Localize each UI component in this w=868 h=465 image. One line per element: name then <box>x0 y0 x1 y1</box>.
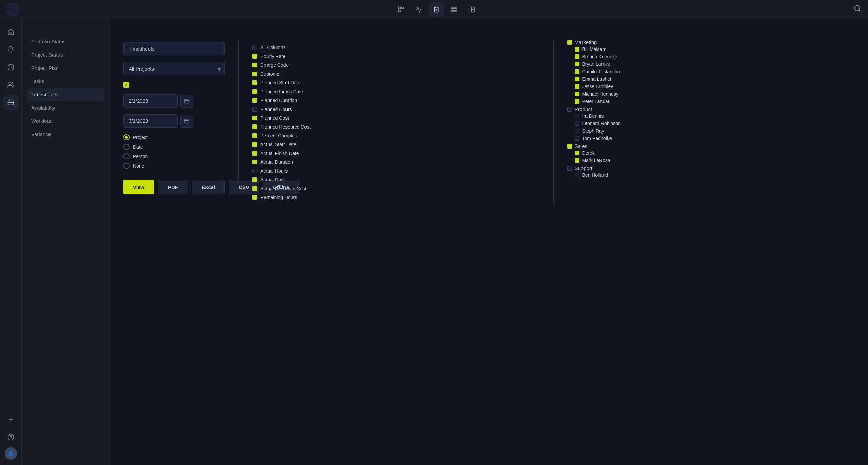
resource-person-checkbox-3-0[interactable] <box>575 173 579 177</box>
resource-group-1: ProductIra DennisLeonard RobinsonSteph R… <box>567 106 855 141</box>
resource-person-checkbox-2-0[interactable] <box>575 151 579 155</box>
users-rail-icon[interactable] <box>3 77 18 92</box>
sidebar-item-portfolio-status[interactable]: Portfolio Status <box>27 35 104 48</box>
column-checkbox-5[interactable] <box>252 98 257 103</box>
column-checkbox-16[interactable] <box>252 195 257 200</box>
column-item-13: Actual Hours <box>252 168 540 174</box>
from-date-input[interactable] <box>123 94 178 108</box>
resource-group-checkbox-3[interactable] <box>567 166 572 171</box>
clock-rail-icon[interactable] <box>3 60 18 75</box>
resource-person-checkbox-0-6[interactable] <box>575 92 579 96</box>
sidebar-item-tasks[interactable]: Tasks <box>27 75 104 88</box>
minus-nav-icon[interactable] <box>447 2 461 17</box>
resource-person-checkbox-0-3[interactable] <box>575 69 579 74</box>
sidebar-item-project-status[interactable]: Project Status <box>27 49 104 61</box>
resource-person-2-1: Mark LaRosa <box>567 158 855 163</box>
search-button[interactable] <box>854 5 861 14</box>
column-checkbox-15[interactable] <box>252 186 257 191</box>
resource-group-checkbox-1[interactable] <box>567 107 572 112</box>
all-columns-checkbox[interactable] <box>252 45 257 50</box>
sidebar-item-variance[interactable]: Variance <box>27 128 104 140</box>
column-checkbox-10[interactable] <box>252 142 257 147</box>
column-checkbox-9[interactable] <box>252 133 257 138</box>
plus-rail-icon[interactable] <box>3 412 18 427</box>
resource-person-checkbox-1-0[interactable] <box>575 114 579 118</box>
resource-group-checkbox-0[interactable] <box>567 40 572 45</box>
resource-person-checkbox-0-5[interactable] <box>575 84 579 89</box>
title-input[interactable] <box>123 42 225 55</box>
help-rail-icon[interactable] <box>3 430 18 445</box>
radio-date-button[interactable] <box>123 144 130 150</box>
sidebar-item-timesheets[interactable]: Timesheets <box>27 88 104 101</box>
resource-person-checkbox-1-1[interactable] <box>575 121 579 126</box>
resource-group-checkbox-2[interactable] <box>567 144 572 149</box>
column-checkbox-7[interactable] <box>252 116 257 120</box>
column-checkbox-11[interactable] <box>252 151 257 156</box>
svg-rect-10 <box>472 9 475 12</box>
column-label-13: Actual Hours <box>260 168 288 174</box>
resource-person-checkbox-0-2[interactable] <box>575 62 579 66</box>
column-checkbox-4[interactable] <box>252 89 257 94</box>
resource-person-checkbox-0-1[interactable] <box>575 54 579 59</box>
home-rail-icon[interactable] <box>3 24 18 39</box>
column-checkbox-1[interactable] <box>252 63 257 67</box>
briefcase-rail-icon[interactable] <box>3 95 18 110</box>
column-checkbox-8[interactable] <box>252 124 257 129</box>
resource-person-1-2: Steph Ray <box>567 128 855 134</box>
from-calendar-icon[interactable] <box>180 95 193 108</box>
to-field-group <box>123 114 225 128</box>
view-button[interactable]: View <box>123 180 154 194</box>
sidebar-item-workload[interactable]: Workload <box>27 115 104 127</box>
to-date-input[interactable] <box>123 114 178 128</box>
scan-nav-icon[interactable] <box>394 2 409 17</box>
column-checkbox-14[interactable] <box>252 177 257 182</box>
svg-rect-24 <box>185 119 189 123</box>
app-logo[interactable] <box>7 3 19 16</box>
resource-person-name-0-5: Jesse Bromley <box>582 84 613 89</box>
radio-person-button[interactable] <box>123 153 130 159</box>
radio-none-button[interactable] <box>123 163 130 169</box>
resource-person-name-3-0: Ben Holland <box>582 172 608 178</box>
resource-person-checkbox-2-1[interactable] <box>575 158 579 163</box>
svg-point-11 <box>855 6 860 11</box>
column-checkbox-0[interactable] <box>252 54 257 59</box>
split-nav-icon[interactable] <box>464 2 479 17</box>
sidebar-item-project-plan[interactable]: Project Plan <box>27 62 104 74</box>
column-item-6: Planned Hours <box>252 106 540 112</box>
radio-project-button[interactable] <box>123 134 130 140</box>
resource-group-3: SupportBen Holland <box>567 165 855 178</box>
resource-person-checkbox-1-3[interactable] <box>575 136 579 141</box>
resource-person-checkbox-1-2[interactable] <box>575 129 579 133</box>
content-area: All Projects Active Projects Closed Proj… <box>110 19 868 465</box>
column-checkbox-13[interactable] <box>252 169 257 173</box>
svg-rect-7 <box>451 10 457 11</box>
column-checkbox-3[interactable] <box>252 80 257 85</box>
svg-rect-14 <box>8 101 14 105</box>
resource-person-checkbox-0-7[interactable] <box>575 99 579 104</box>
form-left: All Projects Active Projects Closed Proj… <box>123 39 239 194</box>
main-layout: 👤 Portfolio StatusProject StatusProject … <box>0 19 868 465</box>
activity-nav-icon[interactable] <box>411 2 426 17</box>
columns-panel: All Columns Hourly RateCharge CodeCustom… <box>239 39 554 204</box>
resource-person-name-0-0: Bill Malsam <box>582 46 607 52</box>
sidebar-item-availability[interactable]: Availability <box>27 101 104 114</box>
action-buttons: View PDF Excel CSV Offline <box>123 180 225 194</box>
to-calendar-icon[interactable] <box>180 115 193 128</box>
pdf-button[interactable]: PDF <box>158 180 188 194</box>
include-closed-checkbox[interactable] <box>123 82 129 88</box>
resource-person-name-0-6: Michael Hennesy <box>582 91 618 97</box>
resource-person-checkbox-0-4[interactable] <box>575 77 579 81</box>
resource-person-name-1-1: Leonard Robinson <box>582 121 621 126</box>
radio-none: None <box>123 163 225 169</box>
bell-rail-icon[interactable] <box>3 42 18 57</box>
clipboard-nav-icon[interactable] <box>429 2 444 17</box>
column-checkbox-6[interactable] <box>252 107 257 112</box>
project-select[interactable]: All Projects Active Projects Closed Proj… <box>123 62 225 75</box>
column-checkbox-2[interactable] <box>252 72 257 76</box>
user-avatar[interactable]: 👤 <box>5 447 17 460</box>
column-checkbox-12[interactable] <box>252 160 257 164</box>
resource-group-2: SalesDerekMark LaRosa <box>567 143 855 163</box>
excel-button[interactable]: Excel <box>192 180 225 194</box>
resource-person-checkbox-0-0[interactable] <box>575 47 579 52</box>
resource-group-name-0: Marketing <box>575 39 597 45</box>
